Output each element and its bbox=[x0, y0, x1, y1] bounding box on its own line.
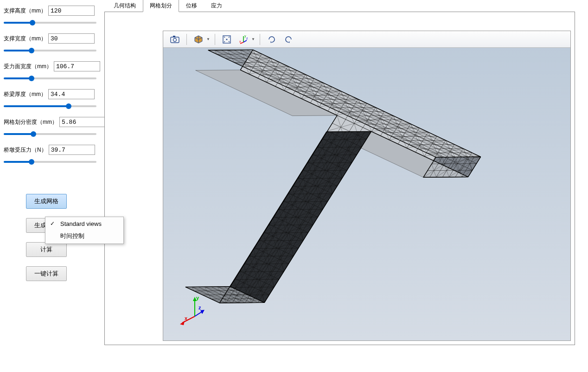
svg-line-1747 bbox=[262, 271, 270, 276]
svg-line-2794 bbox=[326, 131, 371, 132]
generate-mesh-button[interactable]: 生成网格 bbox=[26, 194, 67, 209]
svg-line-2515 bbox=[247, 272, 252, 280]
svg-line-1666 bbox=[335, 151, 348, 154]
tab-geometry[interactable]: 几何结构 bbox=[107, 0, 143, 12]
svg-line-1355 bbox=[462, 170, 466, 177]
svg-line-1923 bbox=[312, 209, 316, 217]
force-face-width-input[interactable] bbox=[54, 61, 100, 71]
svg-line-2531 bbox=[322, 132, 333, 140]
svg-text:x: x bbox=[185, 315, 188, 321]
svg-line-2328 bbox=[320, 155, 325, 163]
svg-line-2543 bbox=[312, 148, 317, 155]
svg-line-1343 bbox=[464, 157, 468, 163]
svg-line-2406 bbox=[247, 280, 249, 288]
svg-line-2416 bbox=[237, 295, 239, 303]
svg-line-1494 bbox=[274, 217, 282, 221]
svg-line-1916 bbox=[321, 201, 323, 209]
tab-displacement[interactable]: 位移 bbox=[179, 0, 204, 12]
cube-icon[interactable] bbox=[191, 32, 206, 46]
svg-line-1739 bbox=[267, 263, 275, 268]
svg-line-2345 bbox=[312, 179, 316, 186]
bridge-thickness-slider[interactable] bbox=[4, 102, 96, 110]
support-height-slider[interactable] bbox=[4, 19, 96, 27]
svg-line-1664 bbox=[339, 147, 348, 151]
svg-line-299 bbox=[276, 79, 285, 83]
chevron-down-icon[interactable]: ▼ bbox=[251, 37, 256, 41]
svg-line-614 bbox=[355, 116, 364, 120]
svg-line-1454 bbox=[313, 154, 321, 159]
svg-line-1017 bbox=[293, 77, 301, 81]
svg-line-967 bbox=[270, 58, 279, 62]
bridge-thickness-input[interactable] bbox=[48, 89, 95, 99]
svg-line-817 bbox=[420, 141, 429, 145]
svg-line-2095 bbox=[354, 132, 358, 140]
svg-line-982 bbox=[279, 62, 288, 66]
svg-line-2580 bbox=[284, 202, 289, 210]
fit-view-icon[interactable] bbox=[219, 32, 235, 46]
svg-line-1860 bbox=[266, 275, 270, 283]
svg-line-2010 bbox=[336, 170, 340, 178]
svg-line-1148 bbox=[380, 111, 384, 118]
svg-line-2048 bbox=[290, 233, 295, 241]
tab-stress[interactable]: 应力 bbox=[204, 0, 229, 12]
svg-line-1878 bbox=[355, 139, 360, 147]
svg-line-1154 bbox=[367, 121, 376, 125]
svg-line-577 bbox=[352, 112, 361, 116]
axes-icon[interactable]: yxz bbox=[236, 32, 251, 46]
svg-line-2306 bbox=[239, 295, 250, 303]
svg-line-1056 bbox=[323, 83, 328, 93]
compute-button[interactable]: 计算 bbox=[26, 242, 67, 257]
mesh-density-input[interactable] bbox=[59, 117, 106, 127]
svg-line-314 bbox=[310, 83, 319, 87]
chevron-down-icon[interactable]: ▼ bbox=[206, 37, 211, 41]
svg-marker-2803 bbox=[180, 321, 185, 325]
mesh-density-slider[interactable] bbox=[4, 130, 96, 138]
svg-line-512 bbox=[328, 103, 337, 108]
svg-line-1188 bbox=[389, 133, 393, 140]
support-width-slider[interactable] bbox=[4, 46, 96, 55]
svg-line-186 bbox=[262, 66, 265, 71]
svg-line-326 bbox=[297, 83, 300, 87]
rotate-ccw-icon[interactable] bbox=[281, 32, 296, 46]
support-width-input[interactable] bbox=[48, 33, 95, 44]
svg-line-1890 bbox=[352, 155, 357, 163]
svg-line-1098 bbox=[337, 109, 341, 115]
svg-line-963 bbox=[258, 71, 262, 78]
svg-line-1509 bbox=[259, 240, 268, 244]
svg-line-339 bbox=[278, 83, 287, 87]
svg-line-394 bbox=[315, 91, 324, 96]
force-face-width-slider[interactable] bbox=[4, 74, 96, 83]
one-click-compute-button[interactable]: 一键计算 bbox=[26, 266, 67, 281]
svg-line-1090 bbox=[336, 91, 340, 97]
svg-line-2286 bbox=[258, 264, 269, 272]
svg-line-2055 bbox=[292, 240, 297, 248]
menu-item-time-control[interactable]: 时间控制 bbox=[45, 230, 123, 243]
svg-line-1322 bbox=[464, 166, 473, 170]
svg-line-842 bbox=[441, 145, 450, 149]
svg-line-782 bbox=[411, 136, 420, 141]
svg-line-1965 bbox=[279, 271, 284, 279]
svg-line-1702 bbox=[306, 201, 314, 205]
rotate-cw-icon[interactable] bbox=[264, 32, 280, 46]
svg-line-1523 bbox=[253, 259, 258, 267]
camera-icon[interactable] bbox=[167, 32, 183, 46]
svg-line-1648 bbox=[247, 287, 252, 295]
svg-line-2336 bbox=[315, 171, 316, 179]
svg-line-1224 bbox=[415, 135, 424, 139]
svg-line-1719 bbox=[286, 232, 294, 237]
menu-item-standard-views[interactable]: ✓ Standard views bbox=[45, 218, 123, 230]
svg-line-1885 bbox=[357, 147, 361, 155]
svg-line-1841 bbox=[280, 256, 294, 260]
svg-line-529 bbox=[356, 108, 365, 112]
svg-line-1149 bbox=[371, 114, 380, 118]
support-height-input[interactable] bbox=[48, 6, 95, 16]
svg-line-626 bbox=[396, 120, 398, 124]
svg-line-1506 bbox=[259, 236, 273, 240]
svg-line-909 bbox=[459, 153, 468, 157]
viewport-3d[interactable]: ▼ yxz ▼ bbox=[163, 31, 571, 341]
pier-pressure-slider[interactable] bbox=[4, 158, 96, 166]
svg-line-1734 bbox=[272, 256, 280, 260]
tab-mesh[interactable]: 网格划分 bbox=[143, 0, 179, 12]
svg-line-1875 bbox=[366, 131, 371, 139]
pier-pressure-input[interactable] bbox=[49, 145, 95, 155]
